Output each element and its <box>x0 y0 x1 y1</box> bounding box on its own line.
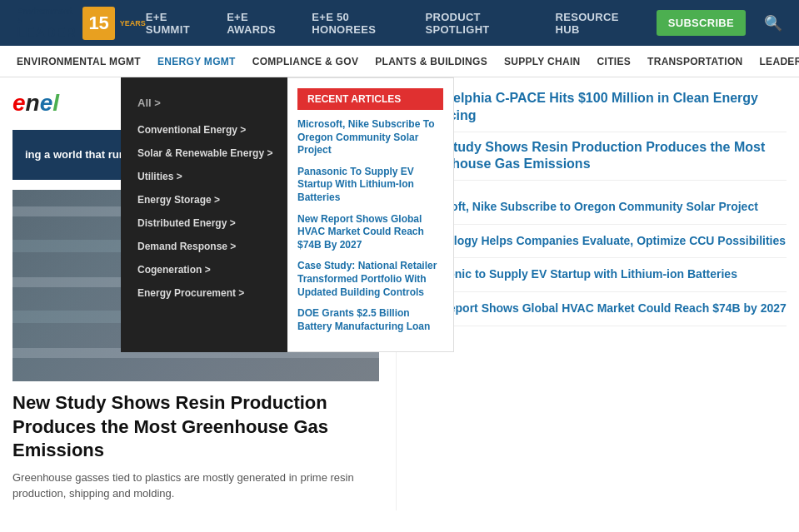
dropdown-procurement[interactable]: Energy Procurement > <box>121 281 287 305</box>
top-header: Environment + LEADER 15 YEARS E+E SUMMIT… <box>0 0 799 46</box>
dropdown-conventional[interactable]: Conventional Energy > <box>121 118 287 142</box>
recent-article-1[interactable]: Panasonic To Supply EV Startup With Lith… <box>297 166 443 205</box>
nav-leaders[interactable]: LEADERS LEADING <box>751 46 799 77</box>
logo-line1: Environment + <box>17 6 77 26</box>
nav-plants[interactable]: PLANTS & BUILDINGS <box>367 46 496 77</box>
right-article-1-title[interactable]: New Study Shows Resin Production Produce… <box>413 139 787 174</box>
right-column: Philadelphia C-PACE Hits $100 Million in… <box>396 90 787 510</box>
list-item-2-link[interactable]: Panasonic to Supply EV Startup with Lith… <box>413 267 737 281</box>
enel-e: e <box>12 90 26 117</box>
nav-compliance[interactable]: COMPLIANCE & GOV <box>244 46 367 77</box>
enel-n: n <box>26 90 40 117</box>
list-item: Technology Helps Companies Evaluate, Opt… <box>413 225 787 259</box>
enel-logo: e n e l <box>12 90 59 117</box>
enel-e2: e <box>40 90 53 117</box>
right-article-0-title[interactable]: Philadelphia C-PACE Hits $100 Million in… <box>413 90 787 125</box>
featured-article-title[interactable]: New Study Shows Resin Production Produce… <box>12 391 396 463</box>
list-item-1-link[interactable]: Technology Helps Companies Evaluate, Opt… <box>413 234 786 247</box>
nav-ee-awards[interactable]: E+E AWARDS <box>227 11 293 36</box>
top-nav: E+E SUMMIT E+E AWARDS E+E 50 HONOREES PR… <box>146 10 782 36</box>
nav-resource-hub[interactable]: RESOURCE HUB <box>556 11 638 36</box>
recent-article-4[interactable]: DOE Grants $2.5 Billion Battery Manufact… <box>297 307 443 333</box>
logo-badge: 15 <box>82 7 114 40</box>
dropdown-utilities[interactable]: Utilities > <box>121 165 287 188</box>
featured-article-excerpt: Greenhouse gasses tied to plastics are m… <box>12 470 396 502</box>
nav-ee-summit[interactable]: E+E SUMMIT <box>146 11 208 36</box>
search-icon[interactable]: 🔍 <box>764 14 782 32</box>
list-item-3-link[interactable]: New Report Shows Global HVAC Market Coul… <box>413 301 787 315</box>
list-item-0-link[interactable]: Microsoft, Nike Subscribe to Oregon Comm… <box>413 200 758 213</box>
energy-mgmt-dropdown: All > Conventional Energy > Solar & Rene… <box>121 77 454 352</box>
dropdown-left-panel: All > Conventional Energy > Solar & Rene… <box>121 77 287 352</box>
nav-ee-honorees[interactable]: E+E 50 HONOREES <box>312 11 407 36</box>
list-item: New Report Shows Global HVAC Market Coul… <box>413 292 787 326</box>
dropdown-energy-storage[interactable]: Energy Storage > <box>121 188 287 211</box>
recent-articles-header: Recent Articles <box>297 88 443 110</box>
subscribe-button[interactable]: SUBSCRIBE <box>657 10 746 36</box>
logo-line2: LEADER <box>17 26 77 41</box>
logo-years: YEARS <box>120 19 146 27</box>
site-logo: Environment + LEADER 15 YEARS <box>17 6 146 41</box>
right-article-0: Philadelphia C-PACE Hits $100 Million in… <box>413 90 787 132</box>
list-item: Microsoft, Nike Subscribe to Oregon Comm… <box>413 191 787 225</box>
dropdown-solar[interactable]: Solar & Renewable Energy > <box>121 142 287 165</box>
dropdown-cogeneration[interactable]: Cogeneration > <box>121 258 287 281</box>
recent-article-0[interactable]: Microsoft, Nike Subscribe To Oregon Comm… <box>297 118 443 157</box>
nav-energy-mgmt[interactable]: ENERGY MGMT <box>149 46 244 77</box>
right-top-articles: Philadelphia C-PACE Hits $100 Million in… <box>413 90 787 181</box>
recent-article-2[interactable]: New Report Shows Global HVAC Market Coul… <box>297 213 443 252</box>
dropdown-distributed[interactable]: Distributed Energy > <box>121 211 287 235</box>
right-article-1: New Study Shows Resin Production Produce… <box>413 139 787 181</box>
nav-transportation[interactable]: TRANSPORTATION <box>639 46 751 77</box>
nav-supply-chain[interactable]: SUPPLY CHAIN <box>496 46 589 77</box>
nav-cities[interactable]: CITIES <box>589 46 639 77</box>
recent-article-3[interactable]: Case Study: National Retailer Transforme… <box>297 260 443 299</box>
enel-l: l <box>52 90 59 117</box>
article-list: Microsoft, Nike Subscribe to Oregon Comm… <box>413 191 787 326</box>
list-item: Panasonic to Supply EV Startup with Lith… <box>413 258 787 292</box>
dropdown-demand-response[interactable]: Demand Response > <box>121 235 287 258</box>
nav-product-spotlight[interactable]: PRODUCT SPOTLIGHT <box>425 11 537 36</box>
dropdown-right-panel: Recent Articles Microsoft, Nike Subscrib… <box>287 77 454 352</box>
dropdown-all-link[interactable]: All > <box>121 91 287 115</box>
secondary-nav: ENVIRONMENTAL MGMT ENERGY MGMT COMPLIANC… <box>0 46 799 77</box>
nav-env-mgmt[interactable]: ENVIRONMENTAL MGMT <box>8 46 149 77</box>
